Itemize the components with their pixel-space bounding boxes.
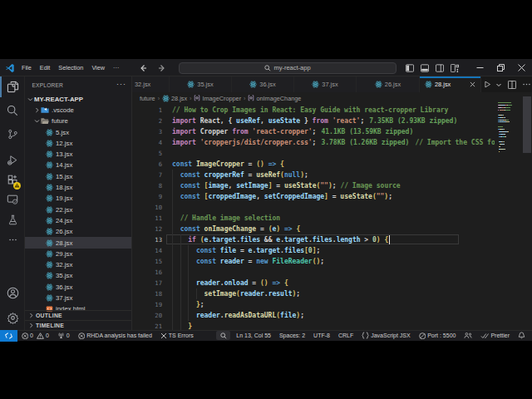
breadcrumb-onimagechange[interactable]: onImageChange (248, 95, 301, 102)
maximize-button[interactable] (490, 59, 511, 76)
tree-item-5-jsx[interactable]: 5.jsx (25, 126, 131, 137)
toggle-sidebar-icon[interactable] (406, 64, 414, 72)
tab-28-jsx[interactable]: 28.jsx (420, 76, 481, 92)
tree-item-18-jsx[interactable]: 18.jsx (25, 182, 131, 193)
status-search-button[interactable] (216, 331, 230, 340)
status-indentation[interactable]: Spaces: 2 (275, 330, 309, 342)
tree-item-14-jsx[interactable]: 14.jsx (25, 160, 131, 170)
react-file-icon (187, 81, 195, 88)
nav-forward-icon[interactable] (158, 64, 166, 72)
tree-item-35-jsx[interactable]: 35.jsx (25, 270, 131, 281)
status-notifications[interactable] (514, 330, 530, 342)
status-eol[interactable]: CRLF (334, 330, 357, 342)
tree-item-37-jsx[interactable]: 37.jsx (25, 293, 131, 303)
tab-26-jsx[interactable]: 26.jsx (357, 76, 420, 92)
sidebar-section-outline[interactable]: OUTLINE (25, 310, 131, 320)
status-rhda[interactable]: RHDA analysis has failed (74, 330, 156, 342)
tree-item--vscode[interactable]: .vscode (25, 105, 131, 116)
customize-layout-icon[interactable] (451, 64, 459, 72)
tree-item-26-jsx[interactable]: 26.jsx (25, 226, 131, 237)
tree-item-28-jsx[interactable]: 28.jsx (25, 237, 131, 248)
line-number: 5 (132, 148, 162, 159)
code-line-16: 16 (132, 267, 495, 278)
status-accounts-people[interactable] (460, 330, 476, 342)
activitybar-run-debug-icon[interactable] (0, 150, 25, 171)
line-number: 8 (132, 180, 162, 191)
code-line-12: 12 const onImageChange = (e) => { (132, 224, 495, 234)
video-frame: FileEditSelectionView··· my-react-app (0, 0, 532, 399)
menu-file[interactable]: File (17, 62, 36, 74)
code-line-3: 3import Cropper from 'react-cropper';41.… (132, 126, 495, 137)
status-ts-errors[interactable]: TS Errors (156, 330, 198, 342)
activitybar-search-icon[interactable] (0, 100, 25, 121)
tab-37-jsx[interactable]: 37.jsx (294, 76, 357, 92)
tree-item-22-jsx[interactable]: 22.jsx (25, 204, 131, 214)
activitybar-more-icon[interactable] (0, 229, 25, 251)
status-encoding[interactable]: UTF-8 (309, 330, 334, 342)
activitybar-testing-icon[interactable] (0, 209, 25, 231)
explorer-more-actions[interactable]: ··· (116, 80, 126, 88)
react-file-icon (46, 195, 53, 202)
tab-close-icon[interactable] (468, 80, 477, 89)
nav-back-icon[interactable] (139, 64, 147, 72)
code-line-7: 7 const cropperRef = useRef(null); (132, 170, 495, 180)
menu-[interactable]: ··· (109, 62, 123, 74)
menu-selection[interactable]: Selection (54, 62, 87, 74)
toggle-panel-icon[interactable] (421, 64, 429, 72)
tree-item-12-jsx[interactable]: 12.jsx (25, 138, 131, 149)
status-cursor-position[interactable]: Ln 13, Col 55 (232, 330, 275, 342)
toggle-secondary-sidebar-icon[interactable] (436, 64, 444, 72)
activitybar-extensions-icon[interactable] (0, 170, 25, 191)
tab-label: 28.jsx (435, 81, 451, 88)
tree-item-13-jsx[interactable]: 13.jsx (25, 149, 131, 160)
tree-item-32-jsx[interactable]: 32.jsx (25, 259, 131, 270)
status-ports[interactable]: 0 (53, 330, 74, 342)
editor-action-run-icon[interactable] (484, 81, 491, 88)
status-language-mode[interactable]: JavaScript JSX (357, 330, 414, 342)
scrollbar-thumb[interactable] (523, 96, 531, 153)
tab-35-jsx[interactable]: 35.jsx (170, 76, 232, 92)
status-remote-indicator[interactable] (0, 330, 17, 342)
status-label: Spaces: 2 (279, 332, 305, 338)
people-icon (464, 332, 472, 339)
minimize-button[interactable] (470, 59, 490, 76)
activitybar-settings-icon[interactable] (0, 307, 25, 328)
sidebar-section-timeline[interactable]: TIMELINE (25, 320, 131, 330)
editor-action-split-editor-icon[interactable] (508, 81, 516, 89)
activitybar-remote-explorer-icon[interactable] (0, 189, 25, 210)
tree-item-my-react-app[interactable]: MY-REACT-APP (25, 94, 131, 105)
activitybar-source-control-icon[interactable] (0, 123, 25, 145)
tree-item-24-jsx[interactable]: 24.jsx (25, 215, 131, 226)
tab-36-jsx[interactable]: 36.jsx (232, 76, 294, 92)
editor-action-more-icon[interactable] (522, 80, 531, 89)
code-editor[interactable]: 1// How to Crop Images in React: Easy Gu… (132, 105, 495, 330)
editor-action-chevron-down-icon[interactable] (495, 81, 502, 88)
code-line-15: 15 const reader = new FileReader(); (132, 256, 495, 267)
activitybar-explorer-icon[interactable] (0, 76, 25, 97)
status-prettier[interactable]: Prettier (476, 330, 514, 342)
menu-view[interactable]: View (87, 62, 109, 74)
tab-32-jsx[interactable]: 32.jsx (132, 76, 170, 92)
react-file-icon (46, 173, 53, 180)
react-file-icon (46, 161, 53, 169)
menu-edit[interactable]: Edit (36, 62, 55, 74)
tree-item-19-jsx[interactable]: 19.jsx (25, 193, 131, 204)
status-live-server-port[interactable]: Port : 5500 (415, 330, 461, 342)
activitybar-accounts-icon[interactable] (0, 283, 25, 304)
tree-item-36-jsx[interactable]: 36.jsx (25, 282, 131, 293)
react-file-icon (46, 239, 53, 247)
editor-scrollbar[interactable] (522, 93, 532, 330)
tree-item-15-jsx[interactable]: 15.jsx (25, 171, 131, 182)
breadcrumb-future[interactable]: future (140, 95, 155, 102)
status-label: UTF-8 (313, 332, 330, 338)
editor-group: 32.jsx35.jsx36.jsx37.jsx26.jsx28.jsx fut… (132, 76, 532, 330)
close-window-button[interactable] (511, 59, 532, 76)
breadcrumb-28-jsx[interactable]: 28.jsx (162, 95, 187, 102)
tree-item-29-jsx[interactable]: 29.jsx (25, 249, 131, 259)
command-center-search[interactable]: my-react-app (179, 62, 397, 74)
status-problems[interactable]: 00 (17, 330, 53, 342)
breadcrumb-imagecropper[interactable]: ImageCropper (194, 95, 241, 102)
tree-item-future[interactable]: future (25, 116, 131, 126)
minimap[interactable] (495, 93, 521, 330)
circle-slash-icon (419, 332, 426, 340)
